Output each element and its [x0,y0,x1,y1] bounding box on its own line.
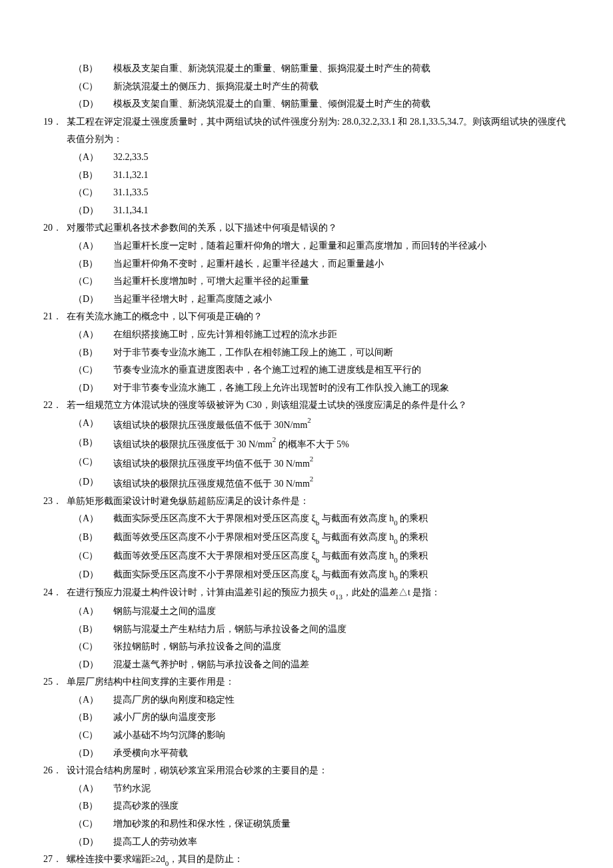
question-number: 27． [43,851,67,868]
question: 26．设计混合结构房屋时，砌筑砂浆宜采用混合砂浆的主要目的是： [43,762,573,780]
option: （D）提高工人的劳动效率 [73,833,573,851]
option-text: 截面等效受压区高度不大于界限相对受压区高度 ξb 与截面有效高度 h0 的乘积 [113,547,428,566]
option-label: （D） [73,745,113,763]
option: （C）截面等效受压区高度不大于界限相对受压区高度 ξb 与截面有效高度 h0 的… [73,547,573,566]
option: （C）当起重杆长度增加时，可增大起重半径的起重量 [73,273,573,291]
option-label: （A） [73,780,113,798]
option-group: （A）截面实际受压区高度不大于界限相对受压区高度 ξb 与截面有效高度 h0 的… [73,510,573,584]
option-text: 当起重半径增大时，起重高度随之减小 [113,291,272,309]
option: （D）承受横向水平荷载 [73,745,573,763]
option-text: 该组试块的极限抗压强度最低值不低于 30N/mm2 [113,415,311,434]
option-label: （A） [73,603,113,621]
option-text: 31.1,32.1 [113,167,149,185]
option-text: 减小基础不均匀沉降的影响 [113,727,225,745]
option: （A）在组织搭接施工时，应先计算相邻施工过程的流水步距 [73,326,573,344]
option-text: 减小厂房的纵向温度变形 [113,709,216,727]
option: （C）张拉钢筋时，钢筋与承拉设备之间的温度 [73,638,573,656]
option-label: （A） [73,415,113,434]
option: （D）当起重半径增大时，起重高度随之减小 [73,291,573,309]
option-text: 承受横向水平荷载 [113,745,188,763]
question-text: 对履带式起重机各技术参数间的关系，以下描述中何项是错误的？ [67,219,573,237]
option: （B）截面等效受压区高度不小于界限相对受压区高度 ξb 与截面有效高度 h0 的… [73,529,573,547]
question-number: 26． [43,762,67,780]
option: （B）模板及支架自重、新浇筑混凝土的重量、钢筋重量、振捣混凝土时产生的荷载 [73,60,573,78]
option: （B）当起重杆仰角不变时，起重杆越长，起重半径越大，而起重量越小 [73,255,573,273]
question-number: 24． [43,584,67,603]
option-group: （A）节约水泥（B）提高砂浆的强度（C）增加砂浆的和易性和保水性，保证砌筑质量（… [73,780,573,851]
option-group: （A）当起重杆长度一定时，随着起重杆仰角的增大，起重量和起重高度增加，而回转的半… [73,237,573,308]
option-text: 在组织搭接施工时，应先计算相邻施工过程的流水步距 [113,326,337,344]
option-group: （A）钢筋与混凝土之间的温度（B）钢筋与混凝土产生粘结力后，钢筋与承拉设备之间的… [73,603,573,673]
option: （B）减小厂房的纵向温度变形 [73,709,573,727]
option-label: （C） [73,638,113,656]
option: （C）节奏专业流水的垂直进度图表中，各个施工过程的施工进度线是相互平行的 [73,361,573,379]
option: （B）31.1,32.1 [73,167,573,185]
option-text: 节约水泥 [113,780,151,798]
option-label: （A） [73,237,113,255]
option-text: 对于非节奏专业流水施工，各施工段上允许出现暂时的没有工作队投入施工的现象 [113,379,449,397]
option: （D）截面实际受压区高度不小于界限相对受压区高度 ξb 与截面有效高度 h0 的… [73,566,573,585]
option-label: （D） [73,833,113,851]
option: （B）该组试块的极限抗压强度低于 30 N/mm2 的概率不大于 5% [73,434,573,453]
option-label: （A） [73,149,113,167]
question: 21．在有关流水施工的概念中，以下何项是正确的？ [43,308,573,326]
option-label: （C） [73,815,113,833]
option: （C）新浇筑混凝土的侧压力、振捣混凝土时产生的荷载 [73,78,573,96]
option-label: （D） [73,656,113,674]
question-text: 在有关流水施工的概念中，以下何项是正确的？ [67,308,573,326]
option-label: （B） [73,167,113,185]
question: 25．单层厂房结构中柱间支撑的主要作用是： [43,673,573,691]
option-text: 新浇筑混凝土的侧压力、振捣混凝土时产生的荷载 [113,78,318,96]
option-label: （A） [73,326,113,344]
question-text: 某工程在评定混凝土强度质量时，其中两组试块的试件强度分别为: 28.0,32.2… [67,113,573,149]
option: （C）增加砂浆的和易性和保水性，保证砌筑质量 [73,815,573,833]
question: 23．单筋矩形截面梁设计时避免纵筋超筋应满足的设计条件是： [43,493,573,511]
option-label: （C） [73,547,113,566]
option-text: 对于非节奏专业流水施工，工作队在相邻施工段上的施工，可以间断 [113,344,393,362]
option-text: 张拉钢筋时，钢筋与承拉设备之间的温度 [113,638,281,656]
option-label: （C） [73,727,113,745]
option-label: （D） [73,473,113,493]
question-text: 单筋矩形截面梁设计时避免纵筋超筋应满足的设计条件是： [67,493,573,511]
option-text: 截面实际受压区高度不小于界限相对受压区高度 ξb 与截面有效高度 h0 的乘积 [113,566,428,585]
option: （A）截面实际受压区高度不大于界限相对受压区高度 ξb 与截面有效高度 h0 的… [73,510,573,529]
option-text: 32.2,33.5 [113,149,149,167]
option-group: （A）该组试块的极限抗压强度最低值不低于 30N/mm2（B）该组试块的极限抗压… [73,415,573,493]
option-text: 提高砂浆的强度 [113,797,179,815]
option-text: 节奏专业流水的垂直进度图表中，各个施工过程的施工进度线是相互平行的 [113,361,421,379]
option: （C）该组试块的极限抗压强度平均值不低于 30 N/mm2 [73,453,573,473]
option-label: （C） [73,184,113,202]
option-text: 提高厂房的纵向刚度和稳定性 [113,691,235,709]
option-label: （B） [73,709,113,727]
option-group: （A）32.2,33.5（B）31.1,32.1（C）31.1,33.5（D）3… [73,149,573,219]
option-group: （A）提高厂房的纵向刚度和稳定性（B）减小厂房的纵向温度变形（C）减小基础不均匀… [73,691,573,762]
option-text: 该组试块的极限抗压强度低于 30 N/mm2 的概率不大于 5% [113,434,349,453]
option-label: （D） [73,566,113,585]
option-text: 提高工人的劳动效率 [113,833,197,851]
question-number: 19． [43,113,67,149]
option: （C）31.1,33.5 [73,184,573,202]
option-text: 模板及支架自重、新浇筑混凝土的自重、钢筋重量、倾倒混凝土时产生的荷载 [113,95,430,113]
document-body: （B）模板及支架自重、新浇筑混凝土的重量、钢筋重量、振捣混凝土时产生的荷载（C）… [40,60,573,868]
option: （D）该组试块的极限抗压强度规范值不低于 30 N/mm2 [73,473,573,493]
question: 20．对履带式起重机各技术参数间的关系，以下描述中何项是错误的？ [43,219,573,237]
option: （D）混凝土蒸气养护时，钢筋与承拉设备之间的温差 [73,656,573,674]
option-label: （B） [73,621,113,639]
question: 27．螺栓连接中要求端距≥2d0，其目的是防止： [43,851,573,868]
question-text: 在进行预应力混凝土构件设计时，计算由温差引起的预应力损失 σ13，此处的温差△t… [67,584,573,603]
option-label: （A） [73,510,113,529]
option-group: （A）在组织搭接施工时，应先计算相邻施工过程的流水步距（B）对于非节奏专业流水施… [73,326,573,397]
option-label: （B） [73,344,113,362]
question-number: 20． [43,219,67,237]
option-text: 该组试块的极限抗压强度规范值不低于 30 N/mm2 [113,473,313,493]
question: 22．若一组规范立方体混试块的强度等级被评为 C30，则该组混凝土试块的强度应满… [43,397,573,415]
option-label: （B） [73,797,113,815]
option: （D）模板及支架自重、新浇筑混凝土的自重、钢筋重量、倾倒混凝土时产生的荷载 [73,95,573,113]
option-label: （D） [73,379,113,397]
question-text: 螺栓连接中要求端距≥2d0，其目的是防止： [67,851,573,868]
option-label: （B） [73,255,113,273]
question-text: 设计混合结构房屋时，砌筑砂浆宜采用混合砂浆的主要目的是： [67,762,573,780]
option-text: 截面实际受压区高度不大于界限相对受压区高度 ξb 与截面有效高度 h0 的乘积 [113,510,428,529]
option-label: （C） [73,273,113,291]
question-number: 23． [43,493,67,511]
